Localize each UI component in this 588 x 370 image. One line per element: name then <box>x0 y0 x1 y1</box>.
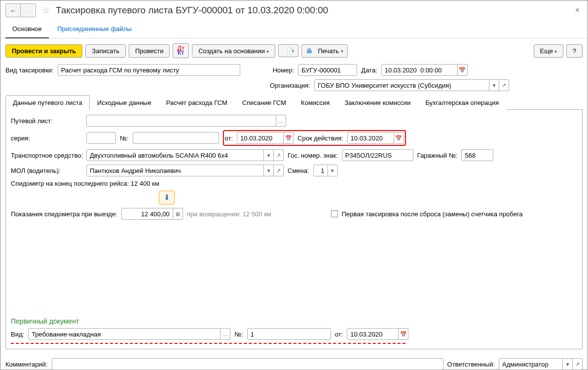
taxing-type-label: Вид таксировки: <box>5 67 54 74</box>
tab-commission[interactable]: Комиссия <box>294 95 337 110</box>
driver-dropdown-icon[interactable]: ▾ <box>264 165 274 176</box>
from-label: от: <box>225 135 233 142</box>
vehicle-dropdown-icon[interactable]: ▾ <box>264 149 274 161</box>
number-label: Номер: <box>273 67 294 74</box>
actions-button[interactable] <box>278 44 298 57</box>
arrow-down-icon: ⬇ <box>164 193 170 202</box>
post-and-close-button[interactable]: Провести и закрыть <box>5 44 82 58</box>
more-button[interactable]: Еще <box>534 44 563 58</box>
calculator-icon[interactable]: ⊞ <box>173 208 183 220</box>
nav-tab-files[interactable]: Присоединенные файлы <box>50 20 139 37</box>
favorite-star-icon[interactable]: ☆ <box>42 5 50 16</box>
nav-back-button[interactable]: ← <box>6 4 21 17</box>
waybill-input[interactable] <box>86 115 276 127</box>
responsible-dropdown-icon[interactable]: ▾ <box>563 358 573 370</box>
odo-end-label: Спидометр на конец последнего рейса: 12 … <box>11 180 159 187</box>
calendar-icon[interactable]: 📅 <box>394 132 404 144</box>
responsible-label: Ответственный: <box>447 361 495 368</box>
document-icon <box>283 47 290 54</box>
comment-label: Комментарий: <box>5 361 48 368</box>
org-label: Организация: <box>270 82 310 89</box>
date-input[interactable] <box>381 64 458 76</box>
tab-fuel-writeoff[interactable]: Списание ГСМ <box>235 95 294 110</box>
responsible-input[interactable] <box>499 358 563 370</box>
nav-forward-button[interactable]: → <box>21 4 36 17</box>
series-num-input[interactable] <box>133 132 219 144</box>
org-open-icon[interactable]: ↗ <box>499 79 509 91</box>
nav-tab-main[interactable]: Основное <box>5 20 49 38</box>
plate-label: Гос. номер. знак: <box>288 152 338 159</box>
tab-accounting[interactable]: Бухгалтерская операция <box>418 95 506 110</box>
save-button[interactable]: Записать <box>85 44 126 58</box>
driver-open-icon[interactable]: ↗ <box>274 165 284 176</box>
red-underline <box>11 343 405 344</box>
number-input[interactable] <box>298 64 357 76</box>
tab-conclusion[interactable]: Заключение комиссии <box>337 95 418 110</box>
org-dropdown-icon[interactable]: ▾ <box>489 79 499 91</box>
vehicle-label: Транспортное средство: <box>11 152 82 159</box>
series-label: серия: <box>11 135 82 142</box>
from-date-input[interactable] <box>237 132 284 144</box>
kind-label: Вид: <box>11 331 24 338</box>
valid-date-input[interactable] <box>347 132 394 144</box>
kind-select-icon[interactable]: … <box>220 328 230 340</box>
garage-label: Гаражный №: <box>417 152 458 159</box>
post-button[interactable]: Провести <box>129 44 170 58</box>
shift-label: Смена: <box>288 167 309 174</box>
odo-back-label: при возвращении: 12 500 км <box>187 210 271 218</box>
garage-input[interactable] <box>461 149 493 161</box>
kind-input[interactable] <box>28 328 220 340</box>
first-taxing-checkbox[interactable] <box>331 210 338 217</box>
taxing-type-input[interactable] <box>58 64 240 76</box>
tab-fuel-calc[interactable]: Расчет расхода ГСМ <box>159 95 235 110</box>
tab-source-data[interactable]: Исходные данные <box>90 95 159 110</box>
vehicle-open-icon[interactable]: ↗ <box>274 149 284 161</box>
calendar-icon[interactable]: 📅 <box>399 328 408 340</box>
primary-num-label: №: <box>234 331 243 338</box>
odo-out-label: Показания спидометра при выезде: <box>11 210 117 218</box>
waybill-select-icon[interactable]: … <box>276 115 286 127</box>
help-button[interactable]: ? <box>566 44 583 58</box>
tab-waybill-data[interactable]: Данные путевого листа <box>5 95 90 110</box>
series-input[interactable] <box>86 132 116 144</box>
waybill-label: Путевой лист: <box>11 117 82 125</box>
plate-input[interactable] <box>342 149 413 161</box>
date-label: Дата: <box>361 67 377 74</box>
primary-doc-title: Первичный документ <box>11 317 577 325</box>
responsible-open-icon[interactable]: ↗ <box>573 358 583 370</box>
create-based-button[interactable]: Создать на основании <box>192 44 275 58</box>
calendar-icon[interactable]: 📅 <box>284 132 294 144</box>
driver-label: МОЛ (водитель): <box>11 167 82 174</box>
shift-input[interactable] <box>313 165 328 176</box>
print-button[interactable]: 🖶 Печать <box>301 44 348 58</box>
primary-from-label: от: <box>335 331 343 338</box>
print-icon: 🖶 <box>306 47 312 55</box>
date-highlight-box: от: 📅 Срок действия: 📅 <box>223 130 406 146</box>
valid-label: Срок действия: <box>297 135 343 142</box>
close-button[interactable]: × <box>572 6 583 15</box>
odo-out-input[interactable] <box>121 208 173 220</box>
primary-num-input[interactable] <box>247 328 331 340</box>
vehicle-input[interactable] <box>86 149 264 161</box>
shift-dropdown-icon[interactable]: ▾ <box>328 165 338 176</box>
comment-input[interactable] <box>52 358 443 370</box>
driver-input[interactable] <box>86 165 264 176</box>
primary-from-input[interactable] <box>347 328 399 340</box>
dtkt-button[interactable]: ДтКт <box>173 43 189 58</box>
page-title: Таксировка путевого листа БУГУ-000001 от… <box>56 5 568 16</box>
copy-down-button[interactable]: ⬇ <box>159 191 175 204</box>
org-input[interactable] <box>314 79 489 91</box>
first-taxing-label: Первая таксировка после сброса (замены) … <box>342 210 523 218</box>
series-num-label: №: <box>120 135 129 142</box>
calendar-icon[interactable]: 📅 <box>458 64 468 76</box>
